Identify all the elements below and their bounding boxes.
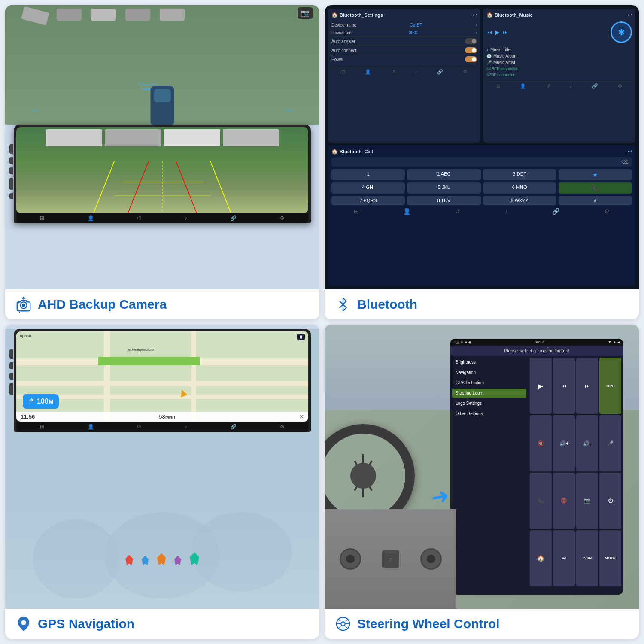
function-buttons: ▶ ⏮ ⏭ GPS 🔇 🔊+ 🔊- 🎤 📞 📵 📷 ⏻: [528, 356, 623, 588]
gps-close[interactable]: ✕: [299, 413, 304, 420]
nav-icon-6: ⚙: [280, 215, 285, 221]
status-time: 08:14: [535, 340, 544, 344]
func-btn-mic[interactable]: 🎤: [599, 415, 621, 471]
bt-call-nav-1: ⊞: [354, 208, 359, 215]
gps-nav-bar: ⊞ 👤 ↺ ♪ 🔗 ⚙: [16, 422, 308, 432]
gps-duration: 58мин: [159, 413, 175, 420]
func-btn-endcall[interactable]: 📵: [553, 473, 575, 529]
steering-feature-icon: [335, 616, 351, 632]
func-btn-power[interactable]: ⏻: [599, 473, 621, 529]
bt-call-input[interactable]: ⌫: [331, 157, 632, 167]
location-pins: [125, 552, 199, 566]
menu-navigation[interactable]: Navigation: [452, 368, 526, 377]
btn-vol[interactable]: [9, 178, 13, 190]
key-6[interactable]: 6 MNO: [483, 182, 556, 194]
bt-music-panel: 🏠 Bluetooth_Music ↩ ⏮ ▶ ⏭: [483, 9, 635, 143]
background-cars: [46, 129, 279, 159]
func-btn-mute[interactable]: 🔇: [530, 415, 552, 471]
menu-steering-learn[interactable]: Steering Learn: [452, 389, 526, 398]
bt-artist-row: 🎤 Music Artist: [486, 59, 632, 66]
bt-logo-circle: ✱: [611, 21, 632, 43]
backup-camera-screen: [16, 127, 308, 213]
aerial-car-4: [125, 9, 150, 21]
gps-nav-3: ↺: [137, 424, 141, 430]
func-btn-call[interactable]: 📞: [530, 473, 552, 529]
bt-backspace-icon[interactable]: ⌫: [621, 159, 629, 165]
func-btn-next[interactable]: ⏭: [576, 358, 598, 414]
btn-power[interactable]: [9, 144, 13, 154]
func-btn-gps[interactable]: GPS: [599, 358, 621, 414]
aerial-car-1: [21, 6, 49, 26]
gps-navigation-cell: просп. ул.Невеpовского ↱ 100м ▲ 0: [5, 325, 319, 639]
key-7[interactable]: 7 PQRS: [331, 196, 405, 205]
nav-m4: ♪: [570, 83, 572, 89]
menu-logo-settings[interactable]: Logo Settings: [452, 399, 526, 408]
bluetooth-label-bar: Bluetooth: [325, 289, 639, 319]
key-star[interactable]: ★: [559, 169, 632, 180]
world-map-pins: [5, 505, 319, 609]
bt-arrow-2: ›: [476, 30, 477, 35]
key-4[interactable]: 4 GHI: [331, 182, 405, 194]
key-9[interactable]: 9 WXYZ: [483, 196, 556, 205]
btn-home[interactable]: [9, 157, 13, 164]
key-8[interactable]: 8 TUV: [407, 196, 480, 205]
bt-play-btn[interactable]: ▶: [495, 29, 500, 36]
func-btn-prev[interactable]: ⏮: [553, 358, 575, 414]
bt-toggle-2[interactable]: [465, 47, 477, 53]
bt-next-btn[interactable]: ⏭: [502, 29, 508, 36]
bt-auto-answer-row: Auto answer: [331, 37, 477, 46]
func-btn-vol-down[interactable]: 🔊-: [576, 415, 598, 471]
bt-toggle-1[interactable]: [465, 38, 477, 44]
menu-other-settings[interactable]: Other Settings: [452, 409, 526, 418]
menu-brightness[interactable]: Brightness: [452, 358, 526, 367]
func-btn-home[interactable]: 🏠: [530, 530, 552, 586]
func-btn-cam[interactable]: 📷: [576, 473, 598, 529]
btn-reset[interactable]: [9, 193, 13, 199]
bt-music-album-label: Music Album: [493, 54, 518, 58]
pin-4: [174, 556, 181, 566]
bt-device-name-label: Device name: [331, 23, 356, 27]
key-1[interactable]: 1: [331, 169, 405, 180]
camera-label-bar: AHD Backup Camera: [5, 289, 319, 319]
key-hash[interactable]: #: [559, 196, 632, 205]
map-screen: просп. ул.Невеpовского ↱ 100м ▲ 0: [16, 331, 308, 422]
steering-label-text: Steering Wheel Control: [357, 617, 500, 631]
parking-guide-svg: [16, 161, 308, 213]
nav-m3: ↺: [546, 83, 550, 89]
menu-gps-detection[interactable]: GPS Detection: [452, 378, 526, 387]
bt-prev-btn[interactable]: ⏮: [486, 29, 492, 36]
nav-s6: ⚙: [463, 69, 467, 75]
func-btn-mode[interactable]: MODE: [599, 530, 621, 586]
func-btn-disp[interactable]: DISP: [576, 530, 598, 586]
key-2[interactable]: 2 ABC: [407, 169, 480, 180]
turn-arrow: ↱: [28, 397, 34, 406]
func-btn-vol-up[interactable]: 🔊+: [553, 415, 575, 471]
svg-line-1: [210, 161, 231, 213]
pin-5: [190, 552, 199, 566]
gps-btn-4[interactable]: [9, 383, 13, 395]
bt-toggle-3[interactable]: [465, 56, 477, 62]
key-call[interactable]: 📞: [559, 182, 632, 194]
btn-back[interactable]: [9, 167, 13, 174]
bt-pin-label: Device pin: [331, 30, 352, 35]
svg-point-12: [21, 620, 26, 625]
gps-nav-1: ⊞: [40, 424, 44, 430]
bt-settings-title: Bluetooth_Settings: [340, 12, 383, 18]
control-knob-1[interactable]: [340, 548, 361, 570]
func-btn-back[interactable]: ↩: [553, 530, 575, 586]
bt-top-panels: 🏠 Bluetooth_Settings ↩ Device name CarBT…: [328, 9, 635, 143]
blue-pointer-arrow: ➜: [429, 483, 451, 510]
bt-album-row: 💿 Music Album: [486, 53, 632, 59]
control-knob-2[interactable]: [420, 548, 442, 570]
gps-btn-2[interactable]: [9, 362, 13, 369]
gps-btn-1[interactable]: [9, 349, 13, 359]
gps-left-btns: [9, 349, 13, 395]
key-3[interactable]: 3 DEF: [483, 169, 556, 180]
signal-wave-2: [137, 73, 158, 86]
key-5[interactable]: 5 JKL: [407, 182, 480, 194]
gps-btn-3[interactable]: [9, 373, 13, 380]
aerial-car-2: [57, 9, 82, 21]
pin-1: [125, 555, 133, 566]
bt-settings-panel: 🏠 Bluetooth_Settings ↩ Device name CarBT…: [328, 9, 480, 143]
func-btn-play[interactable]: ▶: [530, 358, 552, 414]
